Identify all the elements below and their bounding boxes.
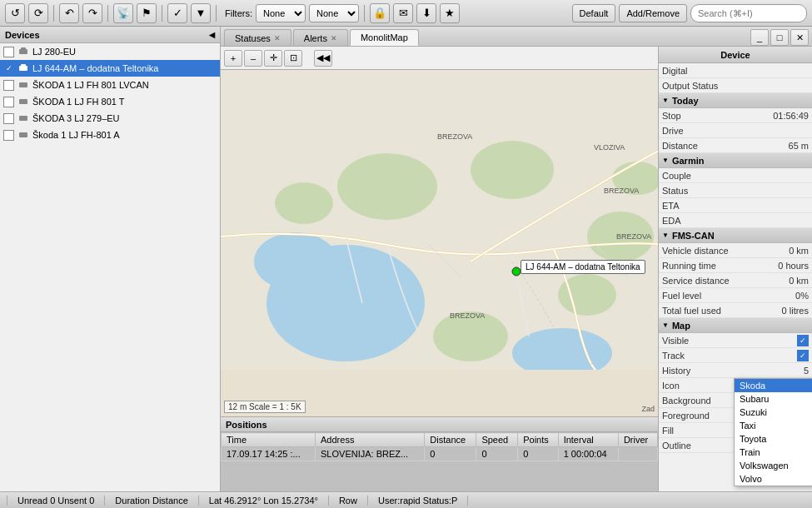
svg-rect-4 — [19, 82, 27, 87]
arrow-map: ▼ — [662, 321, 669, 329]
tab-alerts-close[interactable]: ✕ — [331, 34, 337, 42]
undo-button[interactable]: ↶ — [59, 3, 79, 23]
zoom-in-btn[interactable]: + — [224, 50, 242, 67]
dropdown-item-subaru[interactable]: Subaru — [735, 392, 812, 406]
sep1 — [53, 5, 54, 22]
col-interval[interactable]: Interval — [558, 433, 618, 447]
device-item-skoda3[interactable]: ŠKODA 3 LJ 279–EU — [0, 110, 220, 127]
refresh-button[interactable]: ⟳ — [28, 3, 48, 23]
device-item-lj644[interactable]: ✓ LJ 644-AM – dodatna Teltonika — [0, 60, 220, 77]
map-area: + – ✛ ⊡ ◀◀ — [221, 47, 658, 491]
email-icon[interactable]: ✉ — [393, 3, 413, 23]
antenna-icon[interactable]: 📡 — [113, 3, 133, 23]
row-visible: Visible ✓ — [659, 333, 812, 348]
device-label-skoda1a: Škoda 1 LJ FH-801 A — [32, 130, 120, 140]
arrow-fms-can: ▼ — [662, 232, 669, 239]
dropdown-item-skoda[interactable]: Skoda — [735, 379, 812, 392]
device-label-lj644: LJ 644-AM – dodatna Teltonika — [32, 63, 158, 73]
tab-statuses-close[interactable]: ✕ — [274, 34, 281, 42]
row-history: History 5 — [659, 363, 812, 378]
tab-statuses-label: Statuses — [235, 33, 271, 43]
row-vehicle-distance: Vehicle distance 0 km — [659, 243, 812, 258]
section-today[interactable]: ▼ Today — [659, 93, 812, 108]
positions-table[interactable]: Time Address Distance Speed Points Inter… — [221, 432, 658, 491]
col-address[interactable]: Address — [316, 433, 425, 447]
star-icon[interactable]: ★ — [440, 3, 460, 23]
section-map[interactable]: ▼ Map — [659, 318, 812, 333]
label-distance: Distance — [662, 141, 789, 151]
label-digital: Digital — [662, 66, 809, 76]
lock-icon[interactable]: 🔒 — [370, 3, 390, 23]
rewind-btn[interactable]: ◀◀ — [314, 50, 332, 67]
svg-point-13 — [471, 141, 554, 199]
filter2-select[interactable]: None — [309, 4, 359, 22]
dropdown-item-toyota[interactable]: Toyota — [735, 432, 812, 446]
section-garmin[interactable]: ▼ Garmin — [659, 153, 812, 168]
val-stop: 01:56:49 — [773, 111, 809, 121]
row-distance: Distance 65 m — [659, 138, 812, 153]
device-item-skoda1a[interactable]: Škoda 1 LJ FH-801 A — [0, 127, 220, 143]
check-icon[interactable]: ✓ — [167, 3, 187, 23]
sidebar-collapse-icon[interactable]: ◀ — [209, 31, 215, 39]
col-speed[interactable]: Speed — [476, 433, 518, 447]
dropdown-item-volkswagen[interactable]: Volkswagen — [735, 459, 812, 472]
row-drive: Drive — [659, 123, 812, 138]
checkbox-lj280[interactable] — [3, 47, 14, 57]
download-icon[interactable]: ⬇ — [416, 3, 436, 23]
val-history: 5 — [804, 366, 809, 376]
add-remove-button[interactable]: Add/Remove — [619, 4, 687, 22]
window-minimize-btn[interactable]: _ — [750, 29, 769, 46]
map[interactable]: KONUSKO KONUSKO BREZOVA BREZOVA BREZOVA … — [221, 70, 658, 416]
col-time[interactable]: Time — [222, 433, 316, 447]
device-item-lj280[interactable]: LJ 280-EU — [0, 43, 220, 60]
map-zad-label: Zad — [641, 405, 655, 413]
center-area: + – ✛ ⊡ ◀◀ — [221, 47, 812, 491]
redo-button[interactable]: ↷ — [82, 3, 102, 23]
cell-driver — [618, 447, 657, 461]
checkbox-skoda1t[interactable] — [3, 97, 14, 107]
dropdown-item-taxi[interactable]: Taxi — [735, 419, 812, 432]
checkbox-skoda3[interactable] — [3, 113, 14, 124]
checkbox-lj644[interactable]: ✓ — [3, 63, 14, 74]
dropdown-item-suzuki[interactable]: Suzuki — [735, 406, 812, 419]
filters-label: Filters: — [225, 8, 252, 18]
col-points[interactable]: Points — [518, 433, 558, 447]
checkbox-skoda1lvcan[interactable] — [3, 80, 14, 91]
sep5 — [364, 5, 365, 22]
device-item-skoda1t[interactable]: ŠKODA 1 LJ FH 801 T — [0, 93, 220, 110]
tab-monolitmap[interactable]: MonolitMap — [350, 29, 419, 46]
checkbox-visible[interactable]: ✓ — [797, 335, 809, 346]
device-item-skoda1lvcan[interactable]: ŠKODA 1 LJ FH 801 LVCAN — [0, 77, 220, 93]
check-dropdown[interactable]: ▼ — [191, 3, 211, 23]
table-row[interactable]: 17.09.17 14:25 :... SLOVENIJA: BREZ... 0… — [222, 447, 658, 461]
section-fms-can[interactable]: ▼ FMS-CAN — [659, 228, 812, 243]
back-button[interactable]: ↺ — [5, 3, 25, 23]
tab-alerts[interactable]: Alerts ✕ — [293, 29, 348, 46]
row-digital: Digital — [659, 63, 812, 78]
filter1-select[interactable]: None — [256, 4, 306, 22]
status-coords: Lat 46.2912° Lon 15.2734° — [199, 496, 329, 506]
search-input[interactable] — [690, 4, 807, 22]
col-driver[interactable]: Driver — [618, 433, 657, 447]
window-maximize-btn[interactable]: □ — [770, 29, 789, 46]
default-button[interactable]: Default — [572, 4, 616, 22]
checkbox-skoda1a[interactable] — [3, 130, 14, 141]
svg-rect-1 — [21, 47, 26, 51]
dropdown-item-train[interactable]: Train — [735, 446, 812, 459]
flag-icon[interactable]: ⚑ — [137, 3, 157, 23]
dropdown-item-volvo[interactable]: Volvo — [735, 472, 812, 486]
sep3 — [162, 5, 162, 22]
col-distance[interactable]: Distance — [425, 433, 476, 447]
svg-rect-6 — [19, 116, 27, 121]
checkbox-track[interactable]: ✓ — [797, 350, 809, 361]
window-close-btn[interactable]: ✕ — [790, 29, 809, 46]
content-area: Statuses ✕ Alerts ✕ MonolitMap _ □ ✕ — [221, 27, 812, 491]
zoom-fit-btn[interactable]: ⊡ — [284, 50, 302, 67]
pan-btn[interactable]: ✛ — [264, 50, 282, 67]
row-eda: EDA — [659, 213, 812, 228]
tab-statuses[interactable]: Statuses ✕ — [224, 29, 291, 46]
label-stop: Stop — [662, 111, 773, 121]
cell-interval: 1 00:00:04 — [558, 447, 618, 461]
zoom-out-btn[interactable]: – — [244, 50, 262, 67]
val-running-time: 0 hours — [778, 261, 809, 271]
